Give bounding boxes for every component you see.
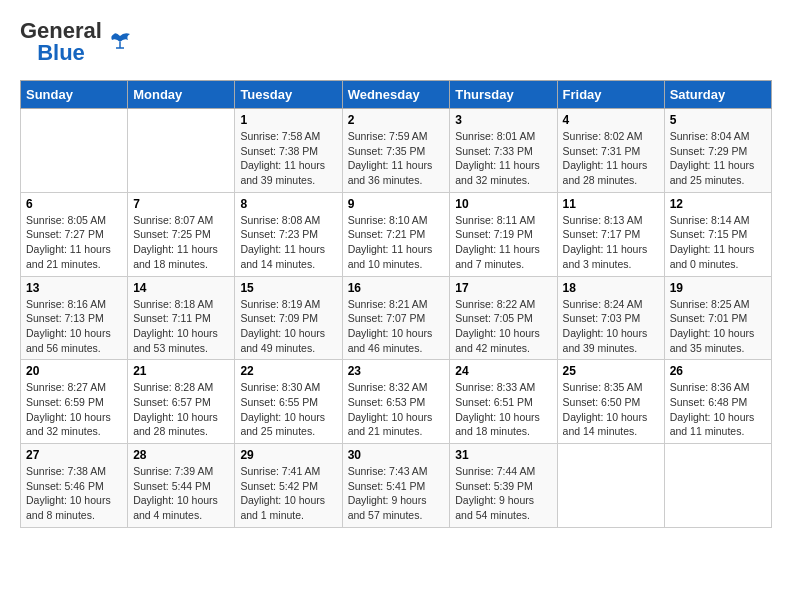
calendar-cell: 13Sunrise: 8:16 AM Sunset: 7:13 PM Dayli… xyxy=(21,276,128,360)
day-number: 15 xyxy=(240,281,336,295)
day-number: 23 xyxy=(348,364,445,378)
day-info: Sunrise: 7:41 AM Sunset: 5:42 PM Dayligh… xyxy=(240,464,336,523)
column-header-saturday: Saturday xyxy=(664,81,771,109)
page-header: General Blue xyxy=(20,20,772,64)
calendar-cell: 6Sunrise: 8:05 AM Sunset: 7:27 PM Daylig… xyxy=(21,192,128,276)
calendar-header-row: SundayMondayTuesdayWednesdayThursdayFrid… xyxy=(21,81,772,109)
day-number: 6 xyxy=(26,197,122,211)
calendar-cell: 22Sunrise: 8:30 AM Sunset: 6:55 PM Dayli… xyxy=(235,360,342,444)
calendar-cell: 23Sunrise: 8:32 AM Sunset: 6:53 PM Dayli… xyxy=(342,360,450,444)
calendar-cell: 12Sunrise: 8:14 AM Sunset: 7:15 PM Dayli… xyxy=(664,192,771,276)
calendar-cell: 2Sunrise: 7:59 AM Sunset: 7:35 PM Daylig… xyxy=(342,109,450,193)
day-number: 10 xyxy=(455,197,551,211)
calendar-cell: 21Sunrise: 8:28 AM Sunset: 6:57 PM Dayli… xyxy=(128,360,235,444)
day-number: 18 xyxy=(563,281,659,295)
calendar-cell: 31Sunrise: 7:44 AM Sunset: 5:39 PM Dayli… xyxy=(450,444,557,528)
day-number: 24 xyxy=(455,364,551,378)
day-info: Sunrise: 8:28 AM Sunset: 6:57 PM Dayligh… xyxy=(133,380,229,439)
day-number: 11 xyxy=(563,197,659,211)
day-number: 27 xyxy=(26,448,122,462)
day-info: Sunrise: 8:01 AM Sunset: 7:33 PM Dayligh… xyxy=(455,129,551,188)
day-number: 8 xyxy=(240,197,336,211)
day-number: 5 xyxy=(670,113,766,127)
calendar-cell: 17Sunrise: 8:22 AM Sunset: 7:05 PM Dayli… xyxy=(450,276,557,360)
day-number: 2 xyxy=(348,113,445,127)
day-info: Sunrise: 8:19 AM Sunset: 7:09 PM Dayligh… xyxy=(240,297,336,356)
calendar-cell: 14Sunrise: 8:18 AM Sunset: 7:11 PM Dayli… xyxy=(128,276,235,360)
calendar-cell xyxy=(557,444,664,528)
week-row-3: 13Sunrise: 8:16 AM Sunset: 7:13 PM Dayli… xyxy=(21,276,772,360)
day-info: Sunrise: 8:11 AM Sunset: 7:19 PM Dayligh… xyxy=(455,213,551,272)
calendar-cell: 18Sunrise: 8:24 AM Sunset: 7:03 PM Dayli… xyxy=(557,276,664,360)
day-info: Sunrise: 8:07 AM Sunset: 7:25 PM Dayligh… xyxy=(133,213,229,272)
day-info: Sunrise: 7:58 AM Sunset: 7:38 PM Dayligh… xyxy=(240,129,336,188)
calendar-cell: 25Sunrise: 8:35 AM Sunset: 6:50 PM Dayli… xyxy=(557,360,664,444)
column-header-tuesday: Tuesday xyxy=(235,81,342,109)
day-info: Sunrise: 7:59 AM Sunset: 7:35 PM Dayligh… xyxy=(348,129,445,188)
day-info: Sunrise: 8:05 AM Sunset: 7:27 PM Dayligh… xyxy=(26,213,122,272)
calendar-cell: 29Sunrise: 7:41 AM Sunset: 5:42 PM Dayli… xyxy=(235,444,342,528)
calendar-cell xyxy=(664,444,771,528)
day-number: 28 xyxy=(133,448,229,462)
day-info: Sunrise: 8:32 AM Sunset: 6:53 PM Dayligh… xyxy=(348,380,445,439)
day-info: Sunrise: 8:35 AM Sunset: 6:50 PM Dayligh… xyxy=(563,380,659,439)
calendar-cell: 10Sunrise: 8:11 AM Sunset: 7:19 PM Dayli… xyxy=(450,192,557,276)
week-row-2: 6Sunrise: 8:05 AM Sunset: 7:27 PM Daylig… xyxy=(21,192,772,276)
day-number: 29 xyxy=(240,448,336,462)
day-number: 12 xyxy=(670,197,766,211)
day-info: Sunrise: 8:02 AM Sunset: 7:31 PM Dayligh… xyxy=(563,129,659,188)
day-info: Sunrise: 7:43 AM Sunset: 5:41 PM Dayligh… xyxy=(348,464,445,523)
day-info: Sunrise: 8:27 AM Sunset: 6:59 PM Dayligh… xyxy=(26,380,122,439)
calendar-cell: 24Sunrise: 8:33 AM Sunset: 6:51 PM Dayli… xyxy=(450,360,557,444)
week-row-5: 27Sunrise: 7:38 AM Sunset: 5:46 PM Dayli… xyxy=(21,444,772,528)
day-number: 4 xyxy=(563,113,659,127)
day-info: Sunrise: 8:36 AM Sunset: 6:48 PM Dayligh… xyxy=(670,380,766,439)
logo-blue: Blue xyxy=(37,42,85,64)
day-number: 14 xyxy=(133,281,229,295)
day-info: Sunrise: 8:33 AM Sunset: 6:51 PM Dayligh… xyxy=(455,380,551,439)
week-row-4: 20Sunrise: 8:27 AM Sunset: 6:59 PM Dayli… xyxy=(21,360,772,444)
day-number: 25 xyxy=(563,364,659,378)
day-number: 7 xyxy=(133,197,229,211)
day-number: 19 xyxy=(670,281,766,295)
logo-general: General xyxy=(20,20,102,42)
calendar-cell xyxy=(21,109,128,193)
calendar-cell: 4Sunrise: 8:02 AM Sunset: 7:31 PM Daylig… xyxy=(557,109,664,193)
week-row-1: 1Sunrise: 7:58 AM Sunset: 7:38 PM Daylig… xyxy=(21,109,772,193)
calendar-cell xyxy=(128,109,235,193)
column-header-friday: Friday xyxy=(557,81,664,109)
day-info: Sunrise: 8:04 AM Sunset: 7:29 PM Dayligh… xyxy=(670,129,766,188)
calendar-cell: 15Sunrise: 8:19 AM Sunset: 7:09 PM Dayli… xyxy=(235,276,342,360)
day-info: Sunrise: 8:10 AM Sunset: 7:21 PM Dayligh… xyxy=(348,213,445,272)
day-number: 17 xyxy=(455,281,551,295)
day-number: 1 xyxy=(240,113,336,127)
day-number: 9 xyxy=(348,197,445,211)
column-header-sunday: Sunday xyxy=(21,81,128,109)
day-number: 22 xyxy=(240,364,336,378)
day-number: 31 xyxy=(455,448,551,462)
column-header-wednesday: Wednesday xyxy=(342,81,450,109)
calendar-cell: 11Sunrise: 8:13 AM Sunset: 7:17 PM Dayli… xyxy=(557,192,664,276)
calendar-cell: 19Sunrise: 8:25 AM Sunset: 7:01 PM Dayli… xyxy=(664,276,771,360)
day-info: Sunrise: 8:16 AM Sunset: 7:13 PM Dayligh… xyxy=(26,297,122,356)
day-info: Sunrise: 8:24 AM Sunset: 7:03 PM Dayligh… xyxy=(563,297,659,356)
day-info: Sunrise: 8:13 AM Sunset: 7:17 PM Dayligh… xyxy=(563,213,659,272)
day-number: 30 xyxy=(348,448,445,462)
calendar-cell: 8Sunrise: 8:08 AM Sunset: 7:23 PM Daylig… xyxy=(235,192,342,276)
calendar-table: SundayMondayTuesdayWednesdayThursdayFrid… xyxy=(20,80,772,528)
day-info: Sunrise: 8:22 AM Sunset: 7:05 PM Dayligh… xyxy=(455,297,551,356)
column-header-monday: Monday xyxy=(128,81,235,109)
column-header-thursday: Thursday xyxy=(450,81,557,109)
day-info: Sunrise: 8:08 AM Sunset: 7:23 PM Dayligh… xyxy=(240,213,336,272)
calendar-cell: 26Sunrise: 8:36 AM Sunset: 6:48 PM Dayli… xyxy=(664,360,771,444)
day-info: Sunrise: 7:39 AM Sunset: 5:44 PM Dayligh… xyxy=(133,464,229,523)
calendar-cell: 9Sunrise: 8:10 AM Sunset: 7:21 PM Daylig… xyxy=(342,192,450,276)
day-info: Sunrise: 8:30 AM Sunset: 6:55 PM Dayligh… xyxy=(240,380,336,439)
calendar-cell: 1Sunrise: 7:58 AM Sunset: 7:38 PM Daylig… xyxy=(235,109,342,193)
day-info: Sunrise: 8:14 AM Sunset: 7:15 PM Dayligh… xyxy=(670,213,766,272)
calendar-cell: 3Sunrise: 8:01 AM Sunset: 7:33 PM Daylig… xyxy=(450,109,557,193)
day-info: Sunrise: 8:21 AM Sunset: 7:07 PM Dayligh… xyxy=(348,297,445,356)
calendar-cell: 20Sunrise: 8:27 AM Sunset: 6:59 PM Dayli… xyxy=(21,360,128,444)
day-number: 20 xyxy=(26,364,122,378)
logo-bird-icon xyxy=(106,28,134,56)
